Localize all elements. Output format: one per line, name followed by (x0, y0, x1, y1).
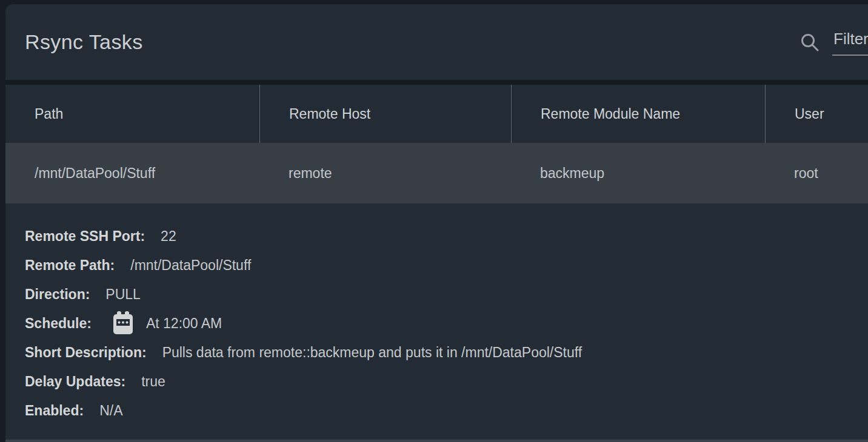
detail-label: Enabled: (25, 403, 84, 419)
table-row[interactable]: /mnt/DataPool/Stuff remote backmeup root (5, 143, 868, 203)
detail-short-description: Short Description: Pulls data from remot… (25, 338, 868, 367)
detail-label: Delay Updates: (25, 374, 125, 390)
detail-value: N/A (99, 403, 122, 419)
filter-input[interactable] (832, 28, 868, 56)
detail-value: /mnt/DataPool/Stuff (130, 257, 251, 274)
detail-schedule: Schedule: At 12:00 AM (25, 309, 868, 338)
detail-value: PULL (105, 286, 141, 303)
page-title: Rsync Tasks (25, 30, 143, 54)
rsync-tasks-panel: Rsync Tasks Path Remote Host Remote Modu… (5, 4, 868, 442)
detail-value: 22 (161, 228, 176, 245)
detail-value: Pulls data from remote::backmeup and put… (162, 345, 582, 361)
detail-label: Remote SSH Port: (25, 228, 145, 245)
column-header-path[interactable]: Path (5, 85, 259, 143)
column-header-user[interactable]: User (765, 85, 868, 143)
cell-remote-host: remote (259, 143, 511, 203)
detail-label: Schedule: (25, 315, 92, 332)
detail-value: At 12:00 AM (146, 315, 222, 332)
search-icon (800, 32, 820, 53)
detail-enabled: Enabled: N/A (25, 396, 868, 425)
cell-remote-module-name: backmeup (511, 143, 765, 203)
column-header-remote-host[interactable]: Remote Host (259, 85, 511, 143)
detail-remote-ssh-port: Remote SSH Port: 22 (25, 222, 868, 251)
panel-toolbar: Rsync Tasks (5, 4, 868, 80)
detail-delay-updates: Delay Updates: true (25, 367, 868, 396)
calendar-icon (112, 311, 134, 335)
row-details: Remote SSH Port: 22 Remote Path: /mnt/Da… (5, 203, 868, 425)
detail-label: Remote Path: (25, 257, 115, 274)
filter-group (800, 4, 868, 80)
detail-direction: Direction: PULL (25, 280, 868, 309)
detail-value: true (141, 374, 165, 390)
footer-divider (5, 440, 868, 442)
cell-user: root (765, 143, 868, 203)
detail-label: Short Description: (25, 345, 147, 361)
toolbar-table-divider (5, 80, 868, 85)
detail-label: Direction: (25, 286, 90, 303)
column-header-remote-module-name[interactable]: Remote Module Name (511, 85, 765, 143)
table-header-row: Path Remote Host Remote Module Name User (5, 85, 868, 143)
detail-remote-path: Remote Path: /mnt/DataPool/Stuff (25, 251, 868, 280)
cell-path: /mnt/DataPool/Stuff (5, 143, 259, 203)
